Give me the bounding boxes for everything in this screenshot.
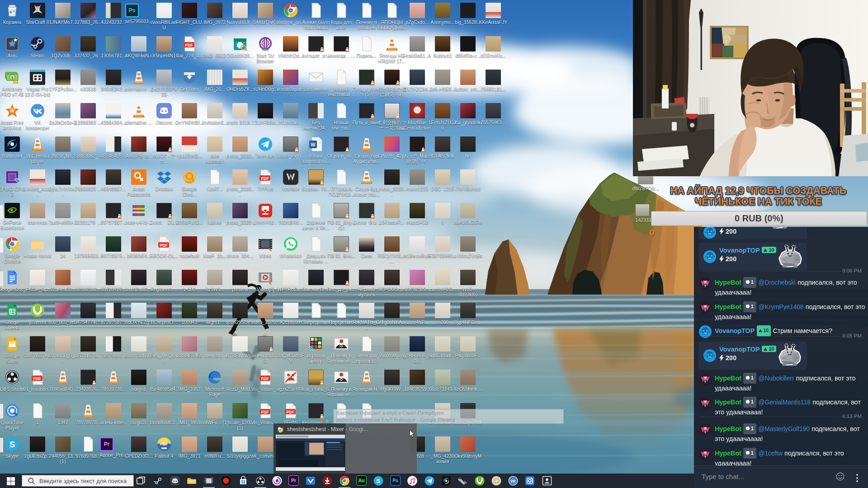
svg-text:PDF: PDF [261,176,269,181]
svg-text:PDF: PDF [185,43,193,47]
svg-text:W: W [311,142,316,147]
svg-text:S: S [377,478,381,484]
svg-text:PDF: PDF [261,376,269,381]
svg-text:PDF: PDF [287,410,294,414]
svg-text:PDF: PDF [33,376,41,381]
svg-text:S: S [9,440,15,449]
svg-text:PDF: PDF [261,410,269,414]
svg-text:PDF: PDF [160,243,168,248]
svg-text:$: $ [11,75,14,80]
svg-text:VK: VK [510,479,516,483]
svg-text:a: a [11,108,14,113]
